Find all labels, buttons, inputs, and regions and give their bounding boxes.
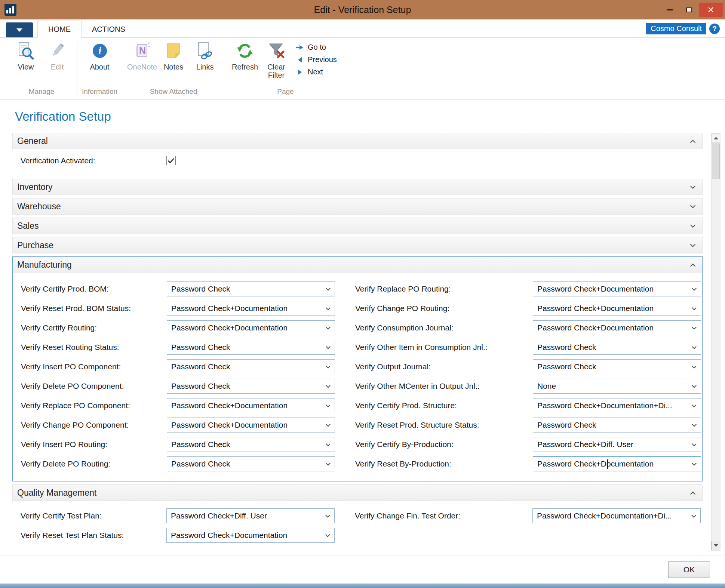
verify-replace-po-routing-select[interactable]: Password Check+Documentation xyxy=(533,281,701,296)
verify-reset-prod-structure-status-label: Verify Reset Prod. Structure Status: xyxy=(355,421,533,430)
next-icon xyxy=(295,69,304,76)
section-quality-management: Quality Management Verify Certify Test P… xyxy=(12,484,703,551)
window-title: Edit - Verification Setup xyxy=(0,4,725,15)
verify-certify-test-plan-select[interactable]: Password Check+Diff. User xyxy=(166,508,335,523)
verify-reset-test-plan-status-select[interactable]: Password Check+Documentation xyxy=(166,528,335,543)
maximize-button[interactable] xyxy=(679,3,699,17)
verify-change-fin-test-order-select[interactable]: Password Check+Documentation+Di... xyxy=(532,508,701,523)
verify-other-item-in-consumption-jnl-select[interactable]: Password Check xyxy=(533,340,701,355)
combo-value: Password Check+Documentation+Di... xyxy=(533,401,701,410)
minimize-button[interactable] xyxy=(660,3,679,17)
verify-certify-by-production-select[interactable]: Password Check+Diff. User xyxy=(533,437,701,452)
verify-certify-prod-bom-select[interactable]: Password Check xyxy=(167,281,335,296)
verify-other-mcenter-in-output-jnl-select[interactable]: None xyxy=(533,379,701,394)
next-label: Next xyxy=(308,68,323,76)
clear-filter-label: Clear Filter xyxy=(261,63,292,80)
chevron-up-icon xyxy=(690,491,695,496)
application-menu-button[interactable] xyxy=(6,22,33,37)
field-row: Verify Change PO Component: Password Che… xyxy=(13,415,702,435)
notes-button[interactable]: Notes xyxy=(158,40,189,71)
section-warehouse: Warehouse xyxy=(12,198,703,215)
chevron-up-icon xyxy=(690,264,695,269)
section-header-inventory[interactable]: Inventory xyxy=(12,179,703,195)
field-row: Verify Insert PO Routing: Password Check… xyxy=(13,435,702,454)
view-button[interactable]: View xyxy=(10,40,41,71)
verification-activated-checkbox[interactable] xyxy=(166,156,176,165)
combo-value: Password Check xyxy=(533,421,701,430)
verify-change-po-routing-label: Verify Change PO Routing: xyxy=(355,304,533,313)
go-to-label: Go to xyxy=(308,43,326,52)
verify-reset-by-production-select[interactable]: Password Check+Documentation xyxy=(533,456,701,471)
vertical-scrollbar[interactable] xyxy=(711,133,721,551)
section-header-manufacturing[interactable]: Manufacturing xyxy=(13,257,702,273)
ribbon-group-manage: View Edit Manage xyxy=(7,38,76,99)
about-button[interactable]: i About xyxy=(85,40,115,71)
section-title: Inventory xyxy=(17,182,53,192)
verify-change-po-component-select[interactable]: Password Check+Documentation xyxy=(167,418,335,432)
combo-value: Password Check xyxy=(167,362,335,371)
verify-output-journal-select[interactable]: Password Check xyxy=(533,359,701,374)
verify-insert-po-component-label: Verify Insert PO Component: xyxy=(21,362,167,371)
combo-value: None xyxy=(533,382,701,391)
svg-text:N: N xyxy=(139,45,146,56)
section-title: Quality Management xyxy=(17,488,96,498)
refresh-label: Refresh xyxy=(232,63,258,71)
verify-delete-po-routing-label: Verify Delete PO Routing: xyxy=(21,459,167,468)
go-to-button[interactable]: Go to xyxy=(295,43,337,52)
scrollbar-thumb[interactable] xyxy=(712,144,720,179)
refresh-button[interactable]: Refresh xyxy=(230,40,260,71)
scroll-down-button[interactable] xyxy=(712,541,720,550)
ok-button[interactable]: OK xyxy=(668,561,710,578)
verify-change-po-routing-select[interactable]: Password Check+Documentation xyxy=(533,301,701,316)
combo-value: Password Check xyxy=(533,362,701,371)
verify-reset-prod-bom-status-select[interactable]: Password Check+Documentation xyxy=(167,301,335,316)
group-label-page: Page xyxy=(277,87,294,99)
chevron-down-icon xyxy=(690,203,695,208)
section-header-sales[interactable]: Sales xyxy=(12,218,703,234)
chevron-down-icon xyxy=(690,222,695,227)
verify-delete-po-routing-select[interactable]: Password Check xyxy=(167,456,335,471)
about-icon: i xyxy=(92,41,108,60)
combo-value: Password Check+Documentation xyxy=(533,323,701,332)
section-header-purchase[interactable]: Purchase xyxy=(12,237,703,253)
group-label-manage: Manage xyxy=(29,87,55,99)
combo-value: Password Check xyxy=(167,459,335,468)
verify-consumption-journal-label: Verify Consumption Journal: xyxy=(355,323,533,332)
verify-certify-prod-bom-label: Verify Certify Prod. BOM: xyxy=(21,284,167,293)
links-button[interactable]: Links xyxy=(190,40,220,71)
verify-replace-po-component-select[interactable]: Password Check+Documentation xyxy=(167,398,335,413)
verify-certify-prod-structure-select[interactable]: Password Check+Documentation+Di... xyxy=(533,398,701,413)
tab-home[interactable]: HOME xyxy=(37,21,82,38)
combo-value: Password Check xyxy=(167,440,335,449)
help-button[interactable]: ? xyxy=(709,24,720,34)
ribbon: View Edit Manage xyxy=(0,38,725,100)
close-button[interactable] xyxy=(699,3,723,17)
section-header-general[interactable]: General xyxy=(12,133,703,149)
ribbon-group-page: Refresh Clear Filter xyxy=(227,38,344,99)
verify-delete-po-component-select[interactable]: Password Check xyxy=(167,379,335,394)
onenote-button[interactable]: N OneNote xyxy=(127,40,157,71)
chevron-down-icon xyxy=(690,183,695,188)
next-button[interactable]: Next xyxy=(295,68,337,76)
verify-insert-po-routing-select[interactable]: Password Check xyxy=(167,437,335,452)
verify-other-mcenter-in-output-jnl-label: Verify Other MCenter in Output Jnl.: xyxy=(355,382,533,391)
section-title: General xyxy=(17,136,48,146)
maximize-icon xyxy=(686,7,692,12)
clear-filter-button[interactable]: Clear Filter xyxy=(261,40,292,80)
verify-insert-po-component-select[interactable]: Password Check xyxy=(167,359,335,374)
verify-reset-prod-bom-status-label: Verify Reset Prod. BOM Status: xyxy=(21,304,167,313)
verify-certify-routing-select[interactable]: Password Check+Documentation xyxy=(167,320,335,335)
verify-reset-prod-structure-status-select[interactable]: Password Check xyxy=(533,418,701,432)
verify-insert-po-routing-label: Verify Insert PO Routing: xyxy=(21,440,167,449)
verify-reset-routing-status-select[interactable]: Password Check xyxy=(167,340,335,355)
tab-actions[interactable]: ACTIONS xyxy=(82,21,136,37)
links-label: Links xyxy=(196,63,214,71)
scroll-up-button[interactable] xyxy=(712,133,720,143)
section-header-quality-management[interactable]: Quality Management xyxy=(12,484,703,501)
verify-certify-by-production-label: Verify Certify By-Production: xyxy=(355,440,533,449)
verify-consumption-journal-select[interactable]: Password Check+Documentation xyxy=(533,320,701,335)
previous-button[interactable]: Previous xyxy=(295,55,337,64)
section-header-warehouse[interactable]: Warehouse xyxy=(12,198,703,215)
edit-button[interactable]: Edit xyxy=(42,40,73,71)
field-row: Verify Delete PO Routing: Password Check… xyxy=(13,454,702,474)
